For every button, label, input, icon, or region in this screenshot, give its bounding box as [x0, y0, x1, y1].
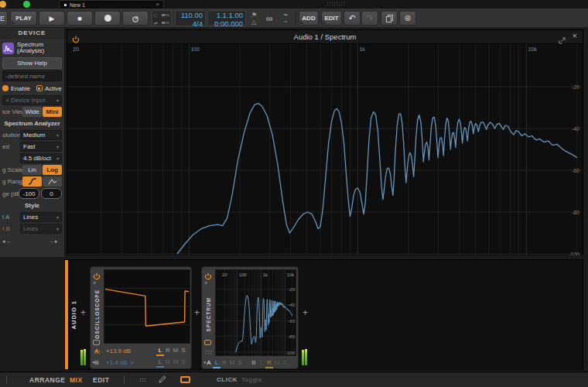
channel-L-toggle[interactable]: L [258, 359, 265, 368]
channel-S-toggle[interactable]: S [179, 358, 187, 368]
automation-write-button[interactable] [122, 11, 149, 26]
plot-background [67, 44, 583, 255]
channel-M-toggle[interactable]: M [228, 359, 236, 368]
arrange-view-button[interactable]: ARRANGE [29, 376, 65, 384]
resolution-label: olution [2, 132, 20, 139]
input-a-toggle[interactable]: A [205, 359, 213, 368]
channel-L-toggle[interactable]: L [156, 347, 164, 356]
range-min-input[interactable]: -100 [19, 188, 39, 199]
input-b-label[interactable]: B [94, 359, 99, 366]
add-device-slot[interactable]: + [194, 308, 200, 317]
track-level-meter [302, 348, 307, 365]
channel-R-toggle[interactable]: R [220, 359, 228, 368]
device-notes-icon[interactable]: ≡ [93, 280, 96, 286]
loop-icon[interactable]: ∞ [266, 14, 273, 23]
mix-view-button[interactable]: MIX [70, 376, 83, 384]
project-tab[interactable]: New 1 × [59, 0, 164, 9]
drag-handle-icon[interactable] [326, 2, 345, 7]
tempo-value[interactable]: 110.00 [176, 11, 205, 19]
active-toggle-icon[interactable] [36, 85, 43, 91]
detach-window-icon[interactable] [559, 33, 566, 47]
channel-M-toggle[interactable]: M [172, 347, 179, 356]
zoom-traffic-light-icon[interactable] [23, 1, 30, 8]
position-display[interactable]: 1.1.1.00 0:00.000 [207, 10, 246, 26]
channel-S-toggle[interactable]: S [236, 359, 244, 368]
channel-S-toggle[interactable]: S [281, 359, 289, 368]
redo-button[interactable]: ↷ [361, 11, 378, 26]
add-device-slot[interactable]: + [80, 308, 86, 317]
punch-in-icon[interactable]: ⚑ [251, 12, 257, 19]
copy-button[interactable] [381, 11, 398, 26]
input-a-label[interactable]: A [94, 348, 99, 354]
speed-dropdown[interactable]: Fast▾ [20, 142, 62, 152]
device-item[interactable]: Spectrum (Analysis) [0, 40, 64, 56]
channel-L-toggle[interactable]: L [213, 359, 220, 368]
tool-pen-icon[interactable] [159, 375, 166, 385]
scale-log-button[interactable]: Log [43, 165, 62, 175]
range-auto-button[interactable] [22, 176, 42, 187]
spectrum-plugin-window: Audio 1 / Spectrum × -20-40-60-80-100201… [67, 29, 583, 255]
input-a-style-dropdown[interactable]: Lines▾ [20, 212, 62, 222]
record-button[interactable] [94, 11, 121, 26]
spectrum-device[interactable]: ≡ SPECTRUM ●→ -20-40-60-80-100201001k10k… [201, 266, 299, 369]
channel-S-toggle[interactable]: S [179, 347, 187, 356]
style-section-header: Style [0, 200, 64, 211]
channel-M-toggle[interactable]: M [273, 359, 281, 368]
enable-toggle-icon[interactable] [2, 85, 9, 91]
add-button[interactable]: ADD [299, 11, 319, 26]
play-button[interactable]: ▶ [39, 11, 65, 26]
device-input-dropdown[interactable]: × Device Input▾ [2, 95, 62, 105]
oscilloscope-screen[interactable] [104, 269, 190, 344]
automation-curve-dim-icon[interactable]: ~ [283, 19, 288, 26]
plugin-window-header[interactable]: Audio 1 / Spectrum × [67, 30, 583, 44]
stop-button[interactable]: ■ [67, 11, 93, 26]
position-time[interactable]: 0:00.000 [208, 19, 245, 28]
minimize-traffic-light-icon[interactable] [0, 1, 6, 8]
scale-lin-button[interactable]: Lin [22, 165, 42, 175]
click-label: CLICK [217, 376, 238, 383]
play-mode-button[interactable]: PLAY [10, 11, 37, 26]
device-notes-icon[interactable]: ≡ [204, 280, 207, 286]
clipped-button[interactable]: E [0, 11, 8, 26]
snap-settings-icon[interactable] [139, 378, 146, 383]
spectrum-plot: -20-40-60-80-100201001k10k [67, 44, 583, 255]
input-b-toggle[interactable]: B [250, 359, 258, 368]
track-name-label[interactable]: AUDIO 1 [69, 260, 79, 369]
display-mode-icon[interactable] [93, 340, 100, 345]
add-device-slot[interactable]: + [303, 308, 308, 317]
channel-R-toggle[interactable]: R [265, 359, 273, 368]
close-window-icon[interactable]: × [573, 31, 577, 40]
channel-R-toggle[interactable]: R [164, 347, 172, 356]
drag-dots-icon[interactable] [205, 350, 211, 354]
input-b-style-dropdown[interactable]: Lines▾ [20, 224, 62, 234]
device-name-input[interactable]: -defined name [2, 70, 62, 81]
range-manual-button[interactable] [43, 176, 62, 187]
display-mode-icon[interactable] [204, 340, 211, 345]
input-b-gain[interactable]: +1.4 dB [106, 359, 128, 366]
delete-button[interactable]: ⊗ [399, 11, 416, 26]
tab-close-icon[interactable]: × [156, 2, 159, 8]
output-routing-icon[interactable]: →● [49, 238, 57, 244]
edit-view-button[interactable]: EDIT [93, 376, 109, 384]
channel-R-toggle[interactable]: R [164, 358, 172, 368]
mini-display-toggle-icon[interactable] [180, 376, 190, 383]
channel-L-toggle[interactable]: L [156, 358, 164, 368]
input-a-gain[interactable]: +13.9 dB [106, 348, 131, 354]
position-bars[interactable]: 1.1.1.00 [208, 11, 245, 19]
show-help-button[interactable]: Show Help [2, 57, 62, 69]
undo-button[interactable]: ↶ [344, 11, 361, 26]
link-icon[interactable]: ∞ [131, 360, 135, 365]
resolution-dropdown[interactable]: Medium▾ [20, 130, 62, 140]
edit-button[interactable]: EDIT [321, 11, 342, 26]
metronome-icon[interactable]: △ [251, 19, 256, 26]
channel-M-toggle[interactable]: M [172, 358, 179, 368]
slope-dropdown[interactable]: 4.5 dB/oct▾ [20, 153, 62, 163]
tempo-display[interactable]: 110.00 4/4 [175, 10, 206, 26]
time-signature[interactable]: 4/4 [176, 19, 205, 28]
mini-spectrum-screen[interactable]: -20-40-60-80-100201001k10k [215, 269, 296, 356]
input-routing-icon[interactable]: ●→ [2, 238, 11, 244]
range-max-input[interactable]: 0 [41, 188, 62, 199]
view-mini-button[interactable]: Mini [43, 107, 62, 117]
oscilloscope-device[interactable]: ≡ OSCILLOSCOPE ●→ A +13.9 dB LRMS B +1.4… [90, 266, 192, 369]
view-wide-button[interactable]: Wide [22, 107, 42, 117]
